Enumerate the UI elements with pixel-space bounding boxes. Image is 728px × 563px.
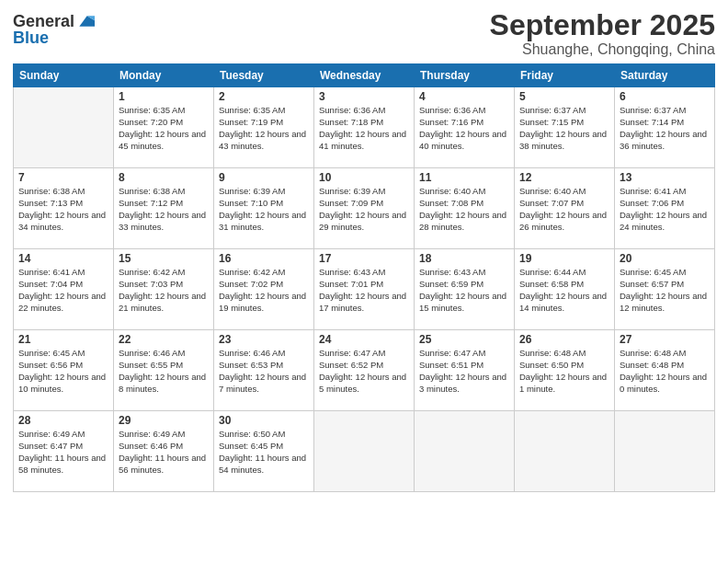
calendar-cell xyxy=(14,87,114,168)
week-row-4: 21Sunrise: 6:45 AMSunset: 6:56 PMDayligh… xyxy=(14,330,715,411)
calendar-cell: 19Sunrise: 6:44 AMSunset: 6:58 PMDayligh… xyxy=(515,249,615,330)
logo-blue-text: Blue xyxy=(13,29,49,46)
day-number: 18 xyxy=(419,252,509,265)
day-number: 1 xyxy=(119,90,209,103)
week-row-1: 1Sunrise: 6:35 AMSunset: 7:20 PMDaylight… xyxy=(14,87,715,168)
day-info: Sunrise: 6:38 AMSunset: 7:12 PMDaylight:… xyxy=(119,186,209,233)
day-number: 28 xyxy=(18,414,108,427)
calendar-cell: 8Sunrise: 6:38 AMSunset: 7:12 PMDaylight… xyxy=(114,168,214,249)
calendar-cell: 18Sunrise: 6:43 AMSunset: 6:59 PMDayligh… xyxy=(415,249,515,330)
calendar-cell: 25Sunrise: 6:47 AMSunset: 6:51 PMDayligh… xyxy=(415,330,515,411)
logo-general-text: General xyxy=(13,13,74,29)
day-number: 26 xyxy=(519,333,609,346)
calendar-cell: 7Sunrise: 6:38 AMSunset: 7:13 PMDaylight… xyxy=(14,168,114,249)
calendar-cell: 13Sunrise: 6:41 AMSunset: 7:06 PMDayligh… xyxy=(615,168,715,249)
calendar-cell: 22Sunrise: 6:46 AMSunset: 6:55 PMDayligh… xyxy=(114,330,214,411)
day-info: Sunrise: 6:40 AMSunset: 7:07 PMDaylight:… xyxy=(519,186,609,233)
day-info: Sunrise: 6:45 AMSunset: 6:57 PMDaylight:… xyxy=(620,267,710,314)
day-info: Sunrise: 6:49 AMSunset: 6:46 PMDaylight:… xyxy=(119,429,209,476)
calendar-cell: 20Sunrise: 6:45 AMSunset: 6:57 PMDayligh… xyxy=(615,249,715,330)
day-info: Sunrise: 6:42 AMSunset: 7:02 PMDaylight:… xyxy=(219,267,309,314)
week-row-2: 7Sunrise: 6:38 AMSunset: 7:13 PMDaylight… xyxy=(14,168,715,249)
day-info: Sunrise: 6:42 AMSunset: 7:03 PMDaylight:… xyxy=(119,267,209,314)
day-number: 16 xyxy=(219,252,309,265)
calendar-cell: 15Sunrise: 6:42 AMSunset: 7:03 PMDayligh… xyxy=(114,249,214,330)
day-info: Sunrise: 6:48 AMSunset: 6:50 PMDaylight:… xyxy=(519,348,609,395)
calendar-cell: 1Sunrise: 6:35 AMSunset: 7:20 PMDaylight… xyxy=(114,87,214,168)
day-number: 25 xyxy=(419,333,509,346)
calendar-cell: 27Sunrise: 6:48 AMSunset: 6:48 PMDayligh… xyxy=(615,330,715,411)
calendar-cell: 6Sunrise: 6:37 AMSunset: 7:14 PMDaylight… xyxy=(615,87,715,168)
calendar-cell xyxy=(415,411,515,492)
day-info: Sunrise: 6:36 AMSunset: 7:16 PMDaylight:… xyxy=(419,105,509,152)
day-number: 21 xyxy=(18,333,108,346)
day-info: Sunrise: 6:41 AMSunset: 7:04 PMDaylight:… xyxy=(18,267,108,314)
calendar: Sunday Monday Tuesday Wednesday Thursday… xyxy=(13,63,715,492)
calendar-cell: 23Sunrise: 6:46 AMSunset: 6:53 PMDayligh… xyxy=(214,330,314,411)
col-saturday: Saturday xyxy=(615,64,715,87)
calendar-cell: 2Sunrise: 6:35 AMSunset: 7:19 PMDaylight… xyxy=(214,87,314,168)
day-info: Sunrise: 6:39 AMSunset: 7:09 PMDaylight:… xyxy=(319,186,409,233)
day-info: Sunrise: 6:45 AMSunset: 6:56 PMDaylight:… xyxy=(18,348,108,395)
day-number: 2 xyxy=(219,90,309,103)
day-number: 12 xyxy=(519,171,609,184)
calendar-cell: 12Sunrise: 6:40 AMSunset: 7:07 PMDayligh… xyxy=(515,168,615,249)
day-number: 8 xyxy=(119,171,209,184)
day-info: Sunrise: 6:43 AMSunset: 6:59 PMDaylight:… xyxy=(419,267,509,314)
col-monday: Monday xyxy=(114,64,214,87)
day-number: 5 xyxy=(519,90,609,103)
calendar-cell: 29Sunrise: 6:49 AMSunset: 6:46 PMDayligh… xyxy=(114,411,214,492)
day-number: 3 xyxy=(319,90,409,103)
day-info: Sunrise: 6:38 AMSunset: 7:13 PMDaylight:… xyxy=(18,186,108,233)
day-number: 29 xyxy=(119,414,209,427)
calendar-cell: 10Sunrise: 6:39 AMSunset: 7:09 PMDayligh… xyxy=(314,168,415,249)
title-block: September 2025 Shuanghe, Chongqing, Chin… xyxy=(490,9,715,58)
calendar-cell: 28Sunrise: 6:49 AMSunset: 6:47 PMDayligh… xyxy=(14,411,114,492)
day-info: Sunrise: 6:49 AMSunset: 6:47 PMDaylight:… xyxy=(18,429,108,476)
calendar-cell: 26Sunrise: 6:48 AMSunset: 6:50 PMDayligh… xyxy=(515,330,615,411)
calendar-cell xyxy=(515,411,615,492)
week-row-3: 14Sunrise: 6:41 AMSunset: 7:04 PMDayligh… xyxy=(14,249,715,330)
day-info: Sunrise: 6:47 AMSunset: 6:51 PMDaylight:… xyxy=(419,348,509,395)
logo: General Blue xyxy=(13,13,95,46)
day-number: 30 xyxy=(219,414,309,427)
day-info: Sunrise: 6:44 AMSunset: 6:58 PMDaylight:… xyxy=(519,267,609,314)
day-number: 14 xyxy=(18,252,108,265)
day-info: Sunrise: 6:36 AMSunset: 7:18 PMDaylight:… xyxy=(319,105,409,152)
day-info: Sunrise: 6:46 AMSunset: 6:53 PMDaylight:… xyxy=(219,348,309,395)
day-info: Sunrise: 6:41 AMSunset: 7:06 PMDaylight:… xyxy=(620,186,710,233)
day-info: Sunrise: 6:37 AMSunset: 7:14 PMDaylight:… xyxy=(620,105,710,152)
day-number: 11 xyxy=(419,171,509,184)
page-subtitle: Shuanghe, Chongqing, China xyxy=(490,41,715,58)
calendar-cell: 21Sunrise: 6:45 AMSunset: 6:56 PMDayligh… xyxy=(14,330,114,411)
week-row-5: 28Sunrise: 6:49 AMSunset: 6:47 PMDayligh… xyxy=(14,411,715,492)
calendar-cell: 17Sunrise: 6:43 AMSunset: 7:01 PMDayligh… xyxy=(314,249,415,330)
col-tuesday: Tuesday xyxy=(214,64,314,87)
header: General Blue September 2025 Shuanghe, Ch… xyxy=(13,9,715,58)
day-number: 4 xyxy=(419,90,509,103)
col-wednesday: Wednesday xyxy=(314,64,415,87)
col-thursday: Thursday xyxy=(415,64,515,87)
day-number: 27 xyxy=(620,333,710,346)
calendar-cell: 3Sunrise: 6:36 AMSunset: 7:18 PMDaylight… xyxy=(314,87,415,168)
calendar-cell: 30Sunrise: 6:50 AMSunset: 6:45 PMDayligh… xyxy=(214,411,314,492)
calendar-cell xyxy=(615,411,715,492)
col-sunday: Sunday xyxy=(14,64,114,87)
calendar-cell: 4Sunrise: 6:36 AMSunset: 7:16 PMDaylight… xyxy=(415,87,515,168)
day-number: 23 xyxy=(219,333,309,346)
calendar-cell: 5Sunrise: 6:37 AMSunset: 7:15 PMDaylight… xyxy=(515,87,615,168)
day-info: Sunrise: 6:35 AMSunset: 7:19 PMDaylight:… xyxy=(219,105,309,152)
day-number: 15 xyxy=(119,252,209,265)
calendar-cell: 14Sunrise: 6:41 AMSunset: 7:04 PMDayligh… xyxy=(14,249,114,330)
day-number: 13 xyxy=(620,171,710,184)
day-number: 7 xyxy=(18,171,108,184)
day-info: Sunrise: 6:40 AMSunset: 7:08 PMDaylight:… xyxy=(419,186,509,233)
day-info: Sunrise: 6:37 AMSunset: 7:15 PMDaylight:… xyxy=(519,105,609,152)
logo-icon xyxy=(76,14,95,29)
calendar-cell xyxy=(314,411,415,492)
calendar-cell: 16Sunrise: 6:42 AMSunset: 7:02 PMDayligh… xyxy=(214,249,314,330)
calendar-cell: 24Sunrise: 6:47 AMSunset: 6:52 PMDayligh… xyxy=(314,330,415,411)
calendar-cell: 9Sunrise: 6:39 AMSunset: 7:10 PMDaylight… xyxy=(214,168,314,249)
day-number: 6 xyxy=(620,90,710,103)
day-number: 20 xyxy=(620,252,710,265)
